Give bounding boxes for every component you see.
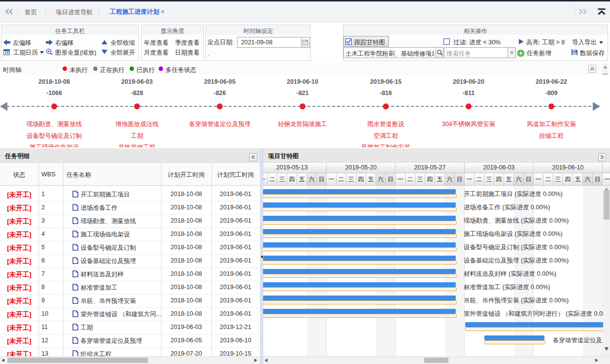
svg-text:15: 15 (4, 51, 8, 55)
